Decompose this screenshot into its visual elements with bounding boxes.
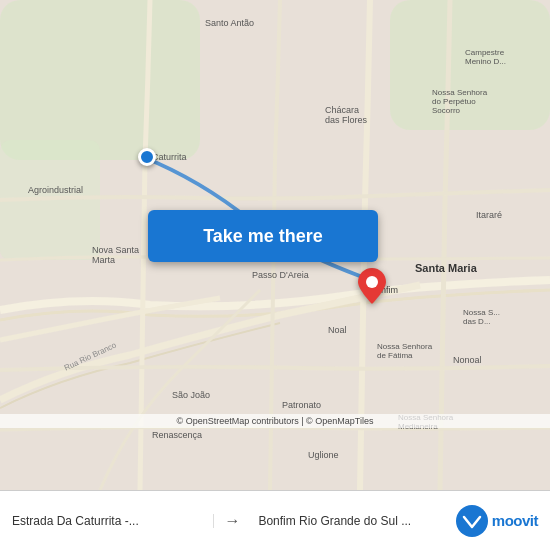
map-container: Santo Antão Chácaradas Flores Nossa Senh…: [0, 0, 550, 490]
label-renascenca: Renascença: [152, 430, 202, 440]
label-nova-santa-marta: Nova SantaMarta: [92, 245, 139, 265]
to-value: Bonfim Rio Grande do Sul ...: [258, 514, 451, 528]
svg-rect-2: [0, 140, 100, 260]
label-itarare: Itararé: [476, 210, 502, 220]
moovit-icon: [456, 505, 488, 537]
label-noal: Noal: [328, 325, 347, 335]
arrow-icon: →: [214, 512, 250, 530]
label-campestre: CampestreMenino D...: [465, 48, 506, 66]
map-attribution: © OpenStreetMap contributors | © OpenMap…: [0, 414, 550, 428]
from-value: Estrada Da Caturrita -...: [12, 514, 205, 528]
moovit-text: moovit: [492, 512, 538, 529]
label-passo-dareia: Passo D'Areia: [252, 270, 309, 280]
bottom-bar: Estrada Da Caturrita -... → Bonfim Rio G…: [0, 490, 550, 550]
label-rua-rio-branco: Rua Rio Branco: [63, 340, 118, 372]
svg-rect-0: [0, 0, 200, 160]
label-caturrita: Caturrita: [152, 152, 187, 162]
destination-marker: [358, 268, 386, 308]
origin-marker: [138, 148, 156, 166]
label-sao-joao: São João: [172, 390, 210, 400]
label-chacara: Chácaradas Flores: [325, 105, 367, 125]
label-santo-antao: Santo Antão: [205, 18, 254, 28]
label-patronato: Patronato: [282, 400, 321, 410]
label-santa-maria: Santa Maria: [415, 262, 477, 274]
label-nossa-das-d: Nossa S...das D...: [463, 308, 500, 326]
svg-rect-1: [390, 0, 550, 130]
label-uglione: Uglione: [308, 450, 339, 460]
svg-point-4: [456, 505, 488, 537]
take-me-there-button[interactable]: Take me there: [148, 210, 378, 262]
label-nossa-senhora-fatima: Nossa Senhorade Fátima: [377, 342, 432, 360]
svg-point-3: [366, 276, 378, 288]
label-agroindustrial: Agroindustrial: [28, 185, 83, 195]
label-nossa-senhora-socorro: Nossa Senhorado PerpétuoSocorro: [432, 88, 487, 115]
label-nonoal: Nonoal: [453, 355, 482, 365]
to-location: Bonfim Rio Grande do Sul ...: [250, 514, 451, 528]
app: Santo Antão Chácaradas Flores Nossa Senh…: [0, 0, 550, 550]
from-location: Estrada Da Caturrita -...: [12, 514, 214, 528]
moovit-logo: moovit: [456, 505, 538, 537]
